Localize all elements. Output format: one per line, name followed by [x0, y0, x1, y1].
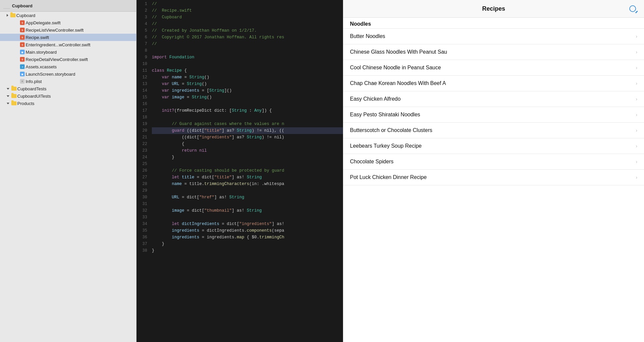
code-content: //// Recipe.swift// Cupboard//// Created…: [149, 0, 343, 342]
nav-item-app-delegate[interactable]: SAppDelegate.swift: [0, 19, 136, 26]
nav-item-recipe-swift[interactable]: SRecipe.swift: [0, 34, 136, 41]
chevron-right-icon: ›: [636, 175, 637, 180]
line-number-29: 29: [137, 187, 147, 194]
code-line-12: var name = String(): [152, 74, 343, 81]
nav-item-label: Recipe.swift: [26, 35, 49, 40]
line-number-31: 31: [137, 201, 147, 207]
code-line-14: var ingredients = [String](): [152, 87, 343, 94]
nav-item-label: LaunchScreen.storyboard: [26, 72, 75, 77]
line-numbers: 1234567891011121314151617181920212223242…: [137, 0, 149, 342]
nav-item-label: AppDelegate.swift: [26, 20, 61, 25]
chevron-right-icon: ›: [636, 49, 637, 55]
code-line-38: }: [152, 247, 343, 254]
line-number-36: 36: [137, 234, 147, 241]
code-line-35: ingredients = dictIngredients.components…: [152, 227, 343, 234]
code-line-27: let title = dict["title"] as! String: [152, 174, 343, 181]
nav-item-label: Info.plist: [26, 79, 42, 84]
recipe-item-butterscotch-clusters[interactable]: Butterscotch or Chocolate Clusters›: [343, 123, 644, 138]
recipe-item-butter-noodles[interactable]: Butter Noodles›: [343, 29, 644, 44]
recipes-title: Recipes: [359, 5, 628, 12]
code-line-36: ingredients = ingredients.map { $0.trimm…: [152, 234, 343, 241]
line-number-2: 2: [137, 7, 147, 14]
nav-item-products[interactable]: Products: [0, 100, 136, 107]
nav-item-label: CupboardUITests: [17, 94, 51, 99]
project-icon: [3, 3, 10, 9]
chevron-right-icon: ›: [636, 159, 637, 164]
code-editor: 1234567891011121314151617181920212223242…: [137, 0, 343, 342]
code-line-8: [152, 47, 343, 54]
nav-item-assets[interactable]: ✦Assets.xcassets: [0, 63, 136, 70]
recipe-name: Chap Chae Korean Noodles With Beef A: [350, 80, 446, 86]
chevron-right-icon: ›: [636, 81, 637, 86]
recipe-panel: Recipes NoodlesButter Noodles›Chinese Gl…: [343, 0, 644, 342]
line-number-15: 15: [137, 94, 147, 101]
nav-item-recipe-list-vc[interactable]: SRecipeListViewController.swift: [0, 26, 136, 34]
code-line-34: let dictIngredients = dict["ingredients"…: [152, 221, 343, 227]
triangle-icon: [7, 103, 9, 104]
recipe-item-chocolate-spiders[interactable]: Chocolate Spiders›: [343, 154, 644, 170]
folder-icon: [11, 101, 17, 106]
recipe-name: Butterscotch or Chocolate Clusters: [350, 127, 432, 133]
swift-icon: S: [19, 35, 26, 40]
recipe-item-pot-luck-chicken[interactable]: Pot Luck Chicken Dinner Recipe›: [343, 170, 644, 185]
nav-item-label: EnterIngredient...wController.swift: [26, 42, 90, 47]
nav-item-root-group[interactable]: Cupboard: [0, 12, 136, 19]
triangle-icon: [7, 14, 8, 17]
code-line-9: import Foundation: [152, 54, 343, 61]
nav-item-label: RecipeDetailViewController.swift: [26, 57, 88, 62]
code-line-10: [152, 61, 343, 67]
search-button[interactable]: [628, 4, 637, 13]
recipe-item-chinese-glass-noodles[interactable]: Chinese Glass Noodles With Peanut Sau›: [343, 44, 644, 60]
recipe-name: Chocolate Spiders: [350, 159, 394, 165]
recipe-name: Easy Pesto Shirataki Noodles: [350, 112, 420, 118]
line-number-7: 7: [137, 41, 147, 47]
line-number-3: 3: [137, 14, 147, 21]
recipe-header: Recipes: [343, 0, 644, 18]
swift-icon: S: [19, 57, 26, 62]
nav-item-launch-screen[interactable]: ▦LaunchScreen.storyboard: [0, 70, 136, 78]
code-line-32: image = dict["thumbnail"] as! String: [152, 207, 343, 214]
nav-item-label: Products: [17, 101, 34, 106]
code-line-29: [152, 187, 343, 194]
code-line-33: [152, 214, 343, 221]
line-number-30: 30: [137, 194, 147, 201]
chevron-right-icon: ›: [636, 128, 637, 133]
folder-icon: [10, 13, 16, 18]
line-number-34: 34: [137, 221, 147, 227]
nav-item-label: Cupboard: [16, 13, 35, 18]
folder-icon: [11, 86, 17, 91]
line-number-6: 6: [137, 34, 147, 41]
xcassets-icon: ✦: [19, 64, 26, 69]
code-line-6: // Copyright © 2017 Jonathan Hoffman. Al…: [152, 34, 343, 41]
recipes-list: NoodlesButter Noodles›Chinese Glass Nood…: [343, 18, 644, 342]
nav-item-recipe-detail-vc[interactable]: SRecipeDetailViewController.swift: [0, 56, 136, 63]
code-line-31: [152, 201, 343, 207]
line-number-14: 14: [137, 87, 147, 94]
nav-item-cupboard-tests[interactable]: CupboardTests: [0, 85, 136, 92]
code-line-15: var image = String(): [152, 94, 343, 101]
triangle-icon: [7, 88, 9, 90]
chevron-right-icon: ›: [636, 34, 637, 39]
recipe-item-chap-chae-korean[interactable]: Chap Chae Korean Noodles With Beef A›: [343, 76, 644, 91]
code-line-11: class Recipe {: [152, 67, 343, 74]
chevron-right-icon: ›: [636, 65, 637, 70]
nav-item-cupboard-ui-tests[interactable]: CupboardUITests: [0, 92, 136, 100]
nav-item-info-plist[interactable]: ≡Info.plist: [0, 78, 136, 85]
nav-item-main-storyboard[interactable]: ▦Main.storyboard: [0, 48, 136, 56]
recipe-item-easy-pesto-shirataki[interactable]: Easy Pesto Shirataki Noodles›: [343, 107, 644, 123]
nav-item-enter-ingredient[interactable]: SEnterIngredient...wController.swift: [0, 41, 136, 48]
recipe-item-leebears-turkey-soup[interactable]: Leebears Turkey Soup Recipe›: [343, 138, 644, 154]
line-number-28: 28: [137, 181, 147, 187]
project-title: Cupboard: [12, 3, 32, 8]
recipe-name: Easy Chicken Alfredo: [350, 96, 401, 102]
recipe-section-noodles: Noodles: [343, 18, 644, 29]
chevron-right-icon: ›: [636, 96, 637, 102]
recipe-item-cool-chinese-noodle[interactable]: Cool Chinese Noodle in Peanut Sauce›: [343, 60, 644, 76]
line-number-17: 17: [137, 107, 147, 114]
line-number-8: 8: [137, 47, 147, 54]
code-line-18: [152, 114, 343, 121]
recipe-item-easy-chicken-alfredo[interactable]: Easy Chicken Alfredo›: [343, 91, 644, 107]
code-line-22: {: [152, 141, 343, 147]
code-line-1: //: [152, 1, 343, 7]
chevron-right-icon: ›: [636, 143, 637, 149]
